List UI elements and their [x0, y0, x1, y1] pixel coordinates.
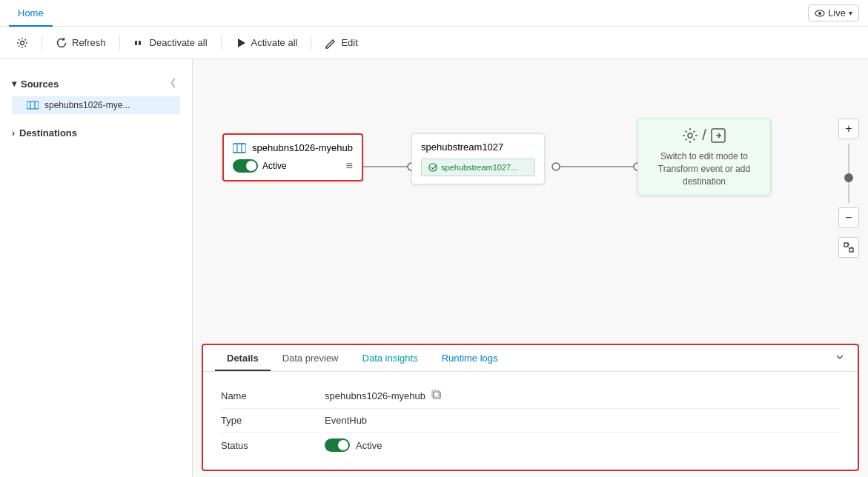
zoom-fit-button[interactable] — [838, 237, 859, 258]
source-node-footer: Active ≡ — [233, 159, 353, 173]
svg-point-1 — [818, 12, 821, 15]
eye-icon — [815, 8, 825, 19]
settings-icon — [16, 37, 28, 49]
sidebar-sources-section: ▾ Sources 《 spehubns1026-mye... — [0, 68, 192, 120]
refresh-icon — [56, 37, 67, 49]
tab-home[interactable]: Home — [9, 0, 53, 27]
destination-node[interactable]: / Switch to edit mode to Transform event… — [637, 119, 771, 196]
zoom-out-button[interactable]: − — [838, 207, 859, 228]
bottom-content: Name spehubns1026-myehub Type — [203, 372, 858, 470]
sidebar: ▾ Sources 《 spehubns1026-mye... › Destin… — [0, 59, 193, 477]
status-toggle-thumb — [338, 440, 348, 450]
svg-rect-4 — [139, 41, 141, 45]
type-value-text: EventHub — [325, 415, 367, 426]
detail-row-name: Name spehubns1026-myehub — [221, 384, 840, 409]
tab-bar-right: Live ▾ — [808, 4, 859, 21]
copy-icon-svg — [431, 390, 442, 400]
destinations-label: Destinations — [19, 127, 77, 139]
svg-rect-21 — [849, 248, 853, 252]
toggle-track[interactable] — [233, 159, 258, 173]
detail-row-type: Type EventHub — [221, 409, 840, 433]
zoom-slider-track[interactable] — [848, 144, 849, 203]
stream-inner[interactable]: spehubstream1027... — [421, 159, 535, 176]
zoom-controls: + − — [838, 119, 859, 258]
type-value: EventHub — [325, 415, 367, 426]
tab-data-preview[interactable]: Data preview — [271, 345, 351, 371]
activate-icon — [235, 37, 247, 49]
tab-runtime-logs[interactable]: Runtime logs — [430, 345, 510, 371]
main-layout: ▾ Sources 《 spehubns1026-mye... › Destin… — [0, 59, 868, 477]
deactivate-label: Deactivate all — [150, 37, 208, 48]
svg-rect-24 — [434, 392, 440, 398]
sidebar-destinations-header[interactable]: › Destinations — [12, 124, 180, 141]
chevron-right-icon: › — [12, 128, 15, 139]
tab-data-preview-label: Data preview — [282, 353, 339, 364]
name-value-text: spehubns1026-myehub — [325, 390, 425, 401]
detail-row-status: Status Active — [221, 433, 840, 458]
bottom-panel: Details Data preview Data insights Runti… — [202, 344, 859, 471]
toolbar-sep-1 — [42, 36, 42, 50]
sidebar-sources-header[interactable]: ▾ Sources 《 — [12, 73, 180, 95]
live-badge[interactable]: Live ▾ — [808, 4, 859, 21]
zoom-in-button[interactable]: + — [838, 119, 859, 139]
toolbar-sep-3 — [221, 36, 222, 50]
deactivate-button[interactable]: Deactivate all — [126, 33, 215, 53]
source-node[interactable]: spehubns1026-myehub Active ≡ — [222, 133, 363, 181]
settings-button[interactable] — [9, 33, 36, 53]
svg-rect-6 — [27, 101, 39, 109]
svg-rect-20 — [844, 243, 848, 247]
gear-icon — [681, 127, 699, 144]
fit-icon — [844, 242, 854, 253]
copy-icon[interactable] — [431, 390, 442, 402]
status-label: Status — [221, 440, 325, 451]
dest-icons: / — [681, 127, 727, 144]
svg-rect-15 — [233, 144, 246, 153]
canvas-area[interactable]: spehubns1026-myehub Active ≡ spehubstrea… — [193, 59, 868, 477]
live-label: Live — [828, 7, 846, 19]
toolbar-sep-2 — [119, 36, 120, 50]
svg-rect-3 — [135, 41, 137, 45]
sidebar-collapse-button[interactable]: 《 — [161, 76, 180, 92]
edit-label: Edit — [341, 37, 357, 48]
name-value: spehubns1026-myehub — [325, 390, 442, 402]
status-toggle[interactable] — [325, 438, 350, 452]
source-item-label: spehubns1026-mye... — [44, 100, 130, 110]
edit-icon — [325, 37, 337, 49]
activate-label: Activate all — [251, 37, 298, 48]
source-toggle[interactable]: Active — [233, 159, 287, 173]
stream-inner-label: spehubstream1027... — [441, 163, 517, 172]
sources-label: Sources — [21, 79, 59, 90]
sidebar-destinations-section: › Destinations — [0, 120, 192, 146]
name-label: Name — [221, 390, 325, 401]
tab-runtime-logs-label: Runtime logs — [442, 353, 498, 364]
zoom-slider-thumb — [844, 173, 853, 182]
tab-data-insights[interactable]: Data insights — [351, 345, 430, 371]
chevron-down-icon — [834, 351, 846, 363]
tab-details[interactable]: Details — [215, 345, 271, 371]
export-icon — [709, 127, 727, 144]
stream-node[interactable]: spehubstream1027 spehubstream1027... — [411, 133, 545, 184]
refresh-button[interactable]: Refresh — [48, 33, 113, 53]
edit-button[interactable]: Edit — [317, 33, 365, 53]
stream-node-header: spehubstream1027 — [421, 141, 535, 153]
live-chevron-icon: ▾ — [849, 9, 852, 17]
tab-home-label: Home — [18, 7, 44, 19]
dest-sep-icon: / — [702, 127, 706, 144]
panel-collapse-button[interactable] — [834, 351, 846, 366]
node-menu-icon[interactable]: ≡ — [346, 159, 353, 173]
tab-bar: Home Live ▾ — [0, 0, 868, 27]
source-node-icon — [233, 143, 246, 153]
activate-button[interactable]: Activate all — [228, 33, 305, 53]
tab-data-insights-label: Data insights — [362, 353, 418, 364]
source-node-header: spehubns1026-myehub — [233, 142, 353, 153]
svg-point-2 — [21, 41, 24, 44]
stream-inner-icon — [428, 162, 438, 173]
svg-marker-5 — [238, 39, 245, 47]
dest-hint-text: Switch to edit mode to Transform event o… — [647, 150, 761, 187]
sidebar-item-source[interactable]: spehubns1026-mye... — [12, 96, 180, 114]
svg-rect-25 — [432, 390, 439, 397]
stream-node-title: spehubstream1027 — [421, 141, 503, 153]
toolbar: Refresh Deactivate all Activate all Edit — [0, 27, 868, 59]
refresh-label: Refresh — [72, 37, 106, 48]
toolbar-sep-4 — [311, 36, 311, 50]
